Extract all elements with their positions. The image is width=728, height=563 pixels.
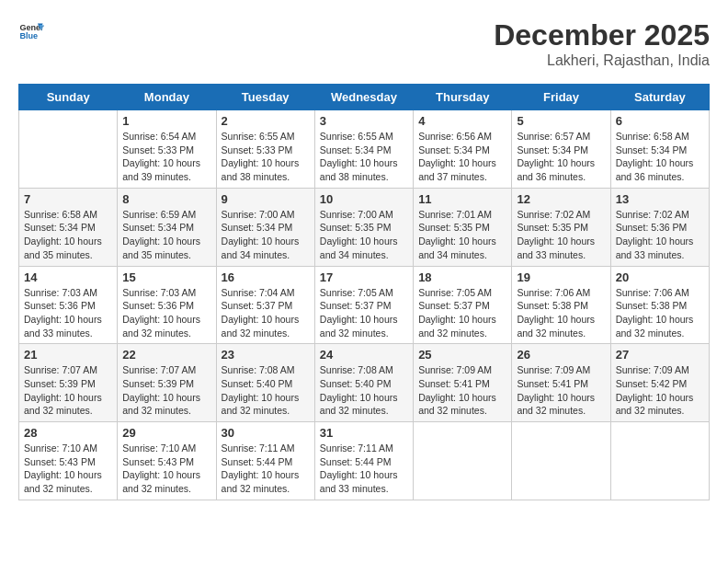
calendar-header: SundayMondayTuesdayWednesdayThursdayFrid… [19, 85, 710, 110]
day-info: Sunrise: 6:58 AM Sunset: 5:34 PM Dayligh… [616, 130, 704, 184]
day-number: 7 [24, 192, 112, 206]
calendar-cell: 23Sunrise: 7:08 AM Sunset: 5:40 PM Dayli… [216, 344, 314, 422]
calendar-week-2: 7Sunrise: 6:58 AM Sunset: 5:34 PM Daylig… [19, 188, 710, 266]
day-info: Sunrise: 7:08 AM Sunset: 5:40 PM Dayligh… [320, 363, 408, 418]
calendar-cell: 15Sunrise: 7:03 AM Sunset: 5:36 PM Dayli… [118, 266, 216, 344]
day-info: Sunrise: 7:07 AM Sunset: 5:39 PM Dayligh… [24, 363, 112, 418]
day-number: 2 [222, 114, 310, 128]
logo: General Blue [18, 18, 44, 44]
day-number: 15 [122, 270, 210, 284]
calendar-cell: 6Sunrise: 6:58 AM Sunset: 5:34 PM Daylig… [610, 110, 709, 189]
calendar-cell: 8Sunrise: 6:59 AM Sunset: 5:34 PM Daylig… [118, 188, 216, 266]
calendar-cell: 25Sunrise: 7:09 AM Sunset: 5:41 PM Dayli… [414, 344, 512, 422]
day-info: Sunrise: 7:01 AM Sunset: 5:35 PM Dayligh… [418, 208, 506, 262]
day-info: Sunrise: 7:06 AM Sunset: 5:38 PM Dayligh… [517, 286, 605, 340]
col-header-monday: Monday [118, 85, 216, 110]
day-info: Sunrise: 7:06 AM Sunset: 5:38 PM Dayligh… [616, 286, 704, 340]
calendar-cell: 17Sunrise: 7:05 AM Sunset: 5:37 PM Dayli… [314, 266, 413, 344]
calendar-cell: 12Sunrise: 7:02 AM Sunset: 5:35 PM Dayli… [512, 188, 610, 266]
calendar-cell: 14Sunrise: 7:03 AM Sunset: 5:36 PM Dayli… [19, 266, 118, 344]
calendar-cell: 20Sunrise: 7:06 AM Sunset: 5:38 PM Dayli… [610, 266, 709, 344]
day-number: 25 [418, 348, 506, 362]
day-info: Sunrise: 7:03 AM Sunset: 5:36 PM Dayligh… [24, 286, 112, 340]
day-info: Sunrise: 6:54 AM Sunset: 5:33 PM Dayligh… [122, 130, 210, 184]
day-info: Sunrise: 7:09 AM Sunset: 5:42 PM Dayligh… [616, 363, 704, 418]
col-header-saturday: Saturday [610, 85, 709, 110]
day-number: 21 [24, 348, 112, 362]
calendar-cell: 28Sunrise: 7:10 AM Sunset: 5:43 PM Dayli… [19, 422, 118, 500]
day-number: 1 [122, 114, 210, 128]
calendar-cell: 31Sunrise: 7:11 AM Sunset: 5:44 PM Dayli… [314, 422, 413, 500]
calendar-cell: 10Sunrise: 7:00 AM Sunset: 5:35 PM Dayli… [314, 188, 413, 266]
day-number: 9 [222, 192, 310, 206]
calendar-week-5: 28Sunrise: 7:10 AM Sunset: 5:43 PM Dayli… [19, 422, 710, 500]
calendar-cell: 11Sunrise: 7:01 AM Sunset: 5:35 PM Dayli… [414, 188, 512, 266]
day-number: 30 [222, 426, 310, 440]
day-info: Sunrise: 6:56 AM Sunset: 5:34 PM Dayligh… [418, 130, 506, 184]
calendar-week-3: 14Sunrise: 7:03 AM Sunset: 5:36 PM Dayli… [19, 266, 710, 344]
day-number: 22 [122, 348, 210, 362]
calendar-week-1: 1Sunrise: 6:54 AM Sunset: 5:33 PM Daylig… [19, 110, 710, 189]
svg-text:Blue: Blue [19, 31, 38, 40]
calendar-cell: 16Sunrise: 7:04 AM Sunset: 5:37 PM Dayli… [216, 266, 314, 344]
col-header-wednesday: Wednesday [314, 85, 413, 110]
calendar-cell: 30Sunrise: 7:11 AM Sunset: 5:44 PM Dayli… [216, 422, 314, 500]
col-header-sunday: Sunday [19, 85, 118, 110]
title-block: December 2025 Lakheri, Rajasthan, India [494, 18, 710, 69]
day-number: 6 [616, 114, 704, 128]
page-header: General Blue December 2025 Lakheri, Raja… [18, 18, 710, 69]
calendar-cell: 13Sunrise: 7:02 AM Sunset: 5:36 PM Dayli… [610, 188, 709, 266]
calendar-cell: 26Sunrise: 7:09 AM Sunset: 5:41 PM Dayli… [512, 344, 610, 422]
calendar-cell: 3Sunrise: 6:55 AM Sunset: 5:34 PM Daylig… [314, 110, 413, 189]
calendar-cell: 1Sunrise: 6:54 AM Sunset: 5:33 PM Daylig… [118, 110, 216, 189]
day-info: Sunrise: 7:07 AM Sunset: 5:39 PM Dayligh… [122, 363, 210, 418]
day-info: Sunrise: 7:09 AM Sunset: 5:41 PM Dayligh… [517, 363, 605, 418]
calendar-cell [414, 422, 512, 500]
day-number: 24 [320, 348, 408, 362]
day-info: Sunrise: 7:11 AM Sunset: 5:44 PM Dayligh… [320, 442, 408, 496]
day-number: 10 [320, 192, 408, 206]
day-number: 3 [320, 114, 408, 128]
day-number: 31 [320, 426, 408, 440]
calendar-cell [19, 110, 118, 189]
day-number: 20 [616, 270, 704, 284]
calendar-cell: 19Sunrise: 7:06 AM Sunset: 5:38 PM Dayli… [512, 266, 610, 344]
calendar-cell: 18Sunrise: 7:05 AM Sunset: 5:37 PM Dayli… [414, 266, 512, 344]
location-subtitle: Lakheri, Rajasthan, India [494, 52, 710, 69]
calendar-cell: 7Sunrise: 6:58 AM Sunset: 5:34 PM Daylig… [19, 188, 118, 266]
month-title: December 2025 [494, 18, 710, 52]
calendar-cell: 24Sunrise: 7:08 AM Sunset: 5:40 PM Dayli… [314, 344, 413, 422]
day-number: 29 [122, 426, 210, 440]
day-info: Sunrise: 7:08 AM Sunset: 5:40 PM Dayligh… [222, 363, 310, 418]
day-info: Sunrise: 7:10 AM Sunset: 5:43 PM Dayligh… [24, 442, 112, 496]
day-number: 17 [320, 270, 408, 284]
day-info: Sunrise: 7:02 AM Sunset: 5:35 PM Dayligh… [517, 208, 605, 262]
day-number: 26 [517, 348, 605, 362]
day-number: 28 [24, 426, 112, 440]
calendar-cell [610, 422, 709, 500]
day-info: Sunrise: 6:55 AM Sunset: 5:34 PM Dayligh… [320, 130, 408, 184]
day-number: 27 [616, 348, 704, 362]
day-info: Sunrise: 7:10 AM Sunset: 5:43 PM Dayligh… [122, 442, 210, 496]
calendar-cell: 21Sunrise: 7:07 AM Sunset: 5:39 PM Dayli… [19, 344, 118, 422]
calendar-cell: 22Sunrise: 7:07 AM Sunset: 5:39 PM Dayli… [118, 344, 216, 422]
day-info: Sunrise: 7:04 AM Sunset: 5:37 PM Dayligh… [222, 286, 310, 340]
day-number: 16 [222, 270, 310, 284]
calendar-cell: 2Sunrise: 6:55 AM Sunset: 5:33 PM Daylig… [216, 110, 314, 189]
calendar-table: SundayMondayTuesdayWednesdayThursdayFrid… [18, 84, 710, 500]
day-number: 18 [418, 270, 506, 284]
day-number: 12 [517, 192, 605, 206]
day-info: Sunrise: 7:00 AM Sunset: 5:35 PM Dayligh… [320, 208, 408, 262]
calendar-cell: 27Sunrise: 7:09 AM Sunset: 5:42 PM Dayli… [610, 344, 709, 422]
day-info: Sunrise: 7:09 AM Sunset: 5:41 PM Dayligh… [418, 363, 506, 418]
col-header-friday: Friday [512, 85, 610, 110]
day-info: Sunrise: 6:55 AM Sunset: 5:33 PM Dayligh… [222, 130, 310, 184]
day-info: Sunrise: 7:00 AM Sunset: 5:34 PM Dayligh… [222, 208, 310, 262]
day-info: Sunrise: 7:02 AM Sunset: 5:36 PM Dayligh… [616, 208, 704, 262]
day-info: Sunrise: 6:57 AM Sunset: 5:34 PM Dayligh… [517, 130, 605, 184]
day-info: Sunrise: 7:03 AM Sunset: 5:36 PM Dayligh… [122, 286, 210, 340]
calendar-week-4: 21Sunrise: 7:07 AM Sunset: 5:39 PM Dayli… [19, 344, 710, 422]
calendar-cell: 29Sunrise: 7:10 AM Sunset: 5:43 PM Dayli… [118, 422, 216, 500]
day-info: Sunrise: 6:58 AM Sunset: 5:34 PM Dayligh… [24, 208, 112, 262]
day-info: Sunrise: 7:11 AM Sunset: 5:44 PM Dayligh… [222, 442, 310, 496]
